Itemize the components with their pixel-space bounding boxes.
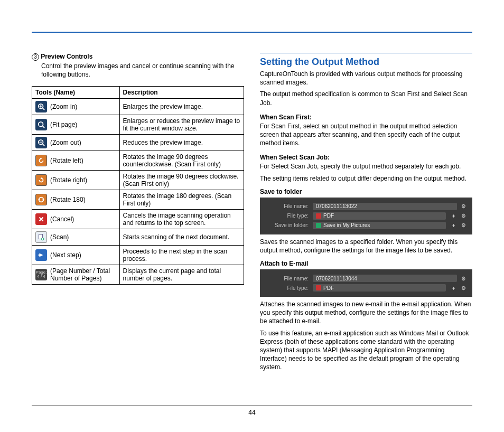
save-folder-panel: File name: 07062011113022 ⚙ File type: P… — [260, 198, 472, 234]
intro-1: CaptureOnTouch is provided with various … — [260, 70, 472, 87]
filetype-label: File type: — [266, 285, 309, 291]
dropdown-icon[interactable]: ♦ — [450, 213, 457, 219]
filetype-field[interactable]: PDF — [313, 284, 446, 292]
gear-icon[interactable]: ⚙ — [461, 285, 466, 291]
cancel-icon — [35, 213, 47, 225]
filetype-field[interactable]: PDF — [313, 212, 446, 220]
zoom-in-name: (Zoom in) — [50, 103, 77, 110]
svg-marker-10 — [40, 177, 42, 180]
select-job-heading: When Select Scan Job: — [260, 154, 472, 161]
rotate-right-name: (Rotate right) — [50, 176, 87, 184]
scan-icon — [35, 231, 47, 243]
rotate-left-icon — [35, 155, 47, 166]
preview-controls-heading: 3 Preview Controls — [32, 53, 244, 61]
table-row: (Zoom in) Enlarges the preview image. — [32, 99, 244, 115]
page-count-desc: Displays the current page and total numb… — [119, 265, 244, 285]
zoom-in-icon — [35, 101, 47, 112]
table-row: (Rotate left) Rotates the image 90 degre… — [32, 151, 244, 171]
fit-page-icon — [35, 119, 47, 130]
svg-line-5 — [43, 126, 45, 128]
pdf-icon — [316, 213, 321, 219]
page-icon-bottom: 4 / 4 — [37, 275, 45, 279]
rotate-left-name: (Rotate left) — [50, 157, 83, 164]
cancel-name: (Cancel) — [50, 215, 74, 223]
svg-point-4 — [39, 122, 43, 127]
cancel-desc: Cancels the image scanning operation and… — [119, 210, 244, 229]
page-count-name: (Page Number / Total Number of Pages) — [50, 267, 116, 282]
filename-label: File name: — [266, 276, 309, 281]
gear-icon[interactable]: ⚙ — [461, 222, 466, 228]
rotate-right-icon — [35, 174, 47, 186]
filetype-value: PDF — [323, 285, 334, 291]
svg-line-7 — [43, 144, 45, 146]
scan-first-heading: When Scan First: — [260, 114, 472, 121]
attach-email-heading: Attach to E-mail — [260, 260, 472, 267]
gear-icon[interactable]: ⚙ — [461, 213, 466, 219]
dropdown-icon[interactable]: ♦ — [450, 285, 457, 291]
select-job-body-1: For Select Scan Job, specify the output … — [260, 162, 472, 171]
scan-first-body: For Scan First, select an output method … — [260, 122, 472, 148]
zoom-out-name: (Zoom out) — [50, 139, 81, 146]
attach-email-body-1: Attaches the scanned images to new e-mai… — [260, 300, 472, 326]
attach-email-body-2: To use this feature, an e-mail applicati… — [260, 329, 472, 372]
left-column: 3 Preview Controls Control the preview i… — [32, 53, 244, 375]
filename-label: File name: — [266, 203, 309, 209]
save-folder-body: Saves the scanned images to a specified … — [260, 238, 472, 255]
next-step-name: (Next step) — [50, 251, 81, 259]
table-row: Page: 4 / 4 (Page Number / Total Number … — [32, 265, 244, 285]
intro-2: The output method specification is commo… — [260, 90, 472, 107]
table-row: (Scan) Starts scanning of the next docum… — [32, 229, 244, 246]
gear-icon[interactable]: ⚙ — [461, 276, 466, 281]
bottom-rule — [32, 405, 472, 406]
rotate-left-desc: Rotates the image 90 degrees countercloc… — [119, 151, 244, 171]
dropdown-icon[interactable]: ♦ — [450, 222, 457, 228]
table-row: (Cancel) Cancels the image scanning oper… — [32, 210, 244, 229]
top-rule — [32, 32, 472, 33]
zoom-out-icon — [35, 137, 47, 148]
filename-field[interactable]: 07062011113022 — [313, 203, 457, 210]
tools-header-desc: Description — [119, 87, 244, 99]
output-method-title: Setting the Output Method — [260, 53, 472, 68]
table-row: (Rotate 180) Rotates the image 180 degre… — [32, 190, 244, 210]
folder-icon — [316, 223, 321, 228]
right-column: Setting the Output Method CaptureOnTouch… — [260, 53, 472, 375]
preview-controls-intro: Control the preview images and cancel or… — [32, 62, 244, 79]
fit-page-desc: Enlarges or reduces the preview image to… — [119, 115, 244, 135]
circled-number: 3 — [32, 53, 39, 61]
table-row: (Rotate right) Rotates the image 90 degr… — [32, 171, 244, 190]
rotate-180-icon — [35, 194, 47, 205]
savein-value: Save in My Pictures — [323, 222, 370, 228]
preview-controls-label: Preview Controls — [41, 53, 92, 60]
zoom-out-desc: Reduces the preview image. — [119, 135, 244, 151]
save-folder-heading: Save to folder — [260, 188, 472, 195]
zoom-in-desc: Enlarges the preview image. — [119, 99, 244, 115]
savein-label: Save in folder: — [266, 222, 309, 228]
next-step-icon — [35, 249, 47, 261]
rotate-180-name: (Rotate 180) — [50, 196, 86, 203]
rotate-180-desc: Rotates the image 180 degrees. (Scan Fir… — [119, 190, 244, 210]
next-step-desc: Proceeds to the next step in the scan pr… — [119, 246, 244, 265]
page-number: 44 — [0, 409, 504, 416]
savein-field[interactable]: Save in My Pictures — [313, 222, 446, 229]
rotate-right-desc: Rotates the image 90 degrees clockwise. … — [119, 171, 244, 190]
table-row: (Next step) Proceeds to the next step in… — [32, 246, 244, 265]
svg-marker-9 — [40, 158, 42, 160]
pdf-icon — [316, 285, 321, 290]
page-count-icon: Page: 4 / 4 — [35, 269, 47, 280]
filename-field[interactable]: 07062011113044 — [313, 275, 457, 282]
fit-page-name: (Fit page) — [50, 121, 77, 128]
scan-desc: Starts scanning of the next document. — [119, 229, 244, 246]
gear-icon[interactable]: ⚙ — [461, 203, 466, 209]
table-row: (Zoom out) Reduces the preview image. — [32, 135, 244, 151]
filetype-label: File type: — [266, 213, 309, 219]
tools-table: Tools (Name) Description (Zoom in) Enlar… — [32, 86, 244, 285]
attach-email-panel: File name: 07062011113044 ⚙ File type: P… — [260, 269, 472, 297]
select-job-body-2: The setting items related to output diff… — [260, 174, 472, 183]
table-row: (Fit page) Enlarges or reduces the previ… — [32, 115, 244, 135]
tools-header-name: Tools (Name) — [32, 87, 120, 99]
filetype-value: PDF — [323, 213, 334, 219]
scan-name: (Scan) — [50, 233, 69, 241]
svg-line-1 — [43, 108, 45, 110]
